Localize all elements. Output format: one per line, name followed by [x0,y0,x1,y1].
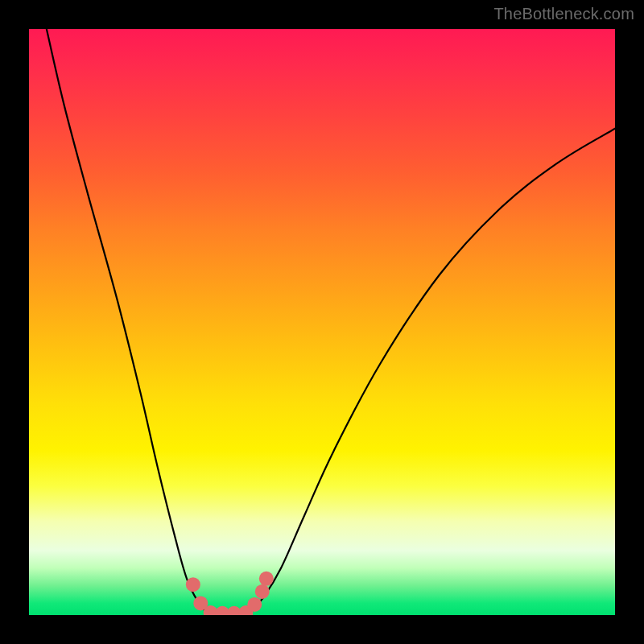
chart-svg [29,29,615,615]
marker-dot [259,572,274,586]
watermark-text: TheBottleneck.com [493,5,634,23]
plot-area [29,29,615,615]
marker-dot [186,577,200,592]
marker-dot [255,584,270,599]
curve-right [246,129,615,613]
curve-left [47,29,211,613]
chart-frame: TheBottleneck.com [0,0,644,644]
marker-dot [247,597,262,612]
marker-group [186,572,274,615]
